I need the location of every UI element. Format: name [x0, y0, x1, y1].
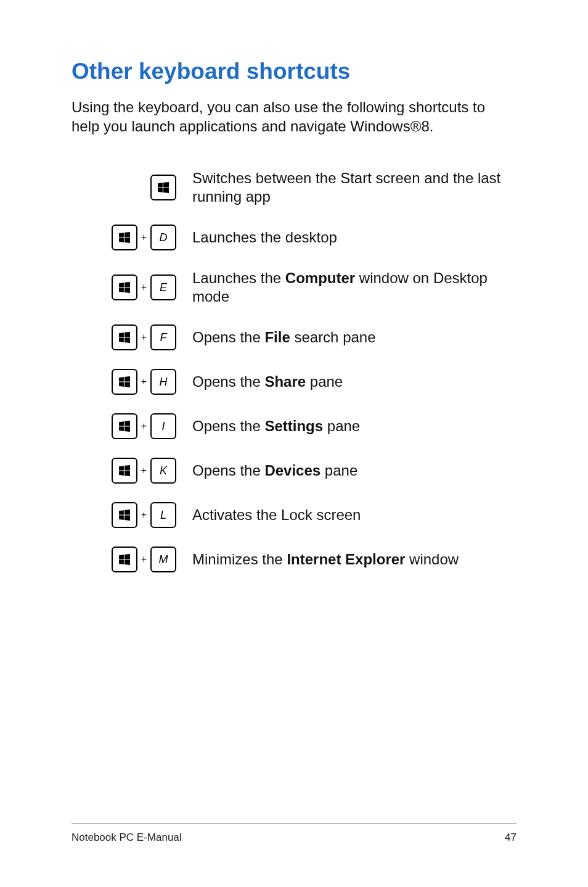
- key-combo: +H: [71, 369, 176, 395]
- shortcut-description: Switches between the Start screen and th…: [176, 169, 517, 206]
- shortcut-description: Opens the File search pane: [176, 328, 517, 347]
- shortcut-row: +KOpens the Devices pane: [71, 458, 517, 484]
- svg-marker-26: [119, 471, 124, 476]
- page: Other keyboard shortcuts Using the keybo…: [0, 0, 588, 887]
- shortcut-description: Opens the Devices pane: [176, 461, 517, 480]
- key-combo: [71, 175, 176, 200]
- svg-marker-28: [119, 511, 124, 515]
- plus-separator: +: [137, 282, 150, 293]
- key-combo: +I: [71, 413, 176, 439]
- shortcut-row: +LActivates the Lock screen: [71, 502, 517, 528]
- svg-marker-0: [158, 183, 163, 188]
- shortcut-row: +HOpens the Share pane: [71, 369, 517, 395]
- svg-marker-10: [119, 288, 124, 292]
- shortcut-row: +MMinimizes the Internet Explorer window: [71, 547, 517, 572]
- svg-marker-3: [163, 188, 169, 193]
- svg-marker-32: [119, 555, 124, 559]
- svg-marker-20: [119, 422, 124, 426]
- windows-key-icon: [112, 369, 137, 395]
- shortcut-description: Launches the Computer window on Desktop …: [176, 269, 517, 306]
- windows-logo-icon: [158, 182, 169, 193]
- plus-separator: +: [137, 332, 150, 343]
- key-combo: +F: [71, 324, 176, 350]
- windows-key-icon: [112, 225, 137, 250]
- plus-separator: +: [137, 554, 150, 565]
- key-combo: +D: [71, 225, 176, 250]
- windows-logo-icon: [119, 232, 130, 243]
- shortcut-description: Activates the Lock screen: [176, 506, 517, 524]
- svg-marker-5: [125, 232, 130, 237]
- windows-key-icon: [112, 274, 137, 300]
- svg-marker-22: [119, 427, 124, 431]
- page-title: Other keyboard shortcuts: [71, 59, 517, 85]
- svg-marker-29: [125, 510, 130, 514]
- windows-key-icon: [112, 547, 137, 572]
- svg-marker-16: [119, 377, 124, 382]
- windows-logo-icon: [119, 554, 130, 565]
- letter-key: K: [150, 458, 176, 484]
- letter-key: M: [150, 547, 176, 572]
- svg-marker-9: [125, 282, 130, 287]
- windows-key-icon: [112, 502, 137, 528]
- windows-key-icon: [150, 175, 176, 200]
- shortcut-description: Opens the Settings pane: [176, 417, 517, 435]
- svg-marker-27: [125, 471, 130, 476]
- letter-key: D: [150, 225, 176, 250]
- svg-marker-4: [119, 233, 124, 237]
- windows-logo-icon: [119, 421, 130, 432]
- svg-marker-25: [125, 465, 130, 470]
- windows-logo-icon: [119, 510, 130, 521]
- svg-marker-2: [158, 188, 163, 192]
- shortcut-list: Switches between the Start screen and th…: [71, 169, 517, 572]
- windows-logo-icon: [119, 332, 130, 343]
- svg-marker-7: [125, 238, 130, 243]
- plus-separator: +: [137, 510, 150, 521]
- windows-key-icon: [112, 413, 137, 439]
- shortcut-description: Minimizes the Internet Explorer window: [176, 550, 517, 569]
- svg-marker-13: [125, 332, 130, 337]
- intro-paragraph: Using the keyboard, you can also use the…: [71, 98, 517, 136]
- windows-logo-icon: [119, 376, 130, 387]
- svg-marker-11: [125, 288, 130, 293]
- letter-key: I: [150, 413, 176, 439]
- windows-key-icon: [112, 458, 137, 484]
- svg-marker-31: [125, 516, 130, 521]
- windows-logo-icon: [119, 282, 130, 293]
- shortcut-row: +FOpens the File search pane: [71, 324, 517, 350]
- svg-marker-18: [119, 382, 124, 387]
- svg-marker-6: [119, 238, 124, 242]
- svg-marker-19: [125, 382, 130, 387]
- windows-key-icon: [112, 324, 137, 350]
- svg-marker-34: [119, 560, 124, 564]
- plus-separator: +: [137, 376, 150, 387]
- key-combo: +K: [71, 458, 176, 484]
- footer-left: Notebook PC E-Manual: [71, 831, 182, 844]
- shortcut-row: Switches between the Start screen and th…: [71, 169, 517, 206]
- svg-marker-15: [125, 338, 130, 343]
- svg-marker-24: [119, 466, 124, 471]
- page-footer: Notebook PC E-Manual 47: [71, 823, 517, 844]
- letter-key: F: [150, 324, 176, 350]
- letter-key: H: [150, 369, 176, 395]
- svg-marker-14: [119, 338, 124, 342]
- key-combo: +L: [71, 502, 176, 528]
- svg-marker-35: [125, 560, 130, 565]
- shortcut-row: +DLaunches the desktop: [71, 225, 517, 250]
- svg-marker-1: [163, 182, 169, 187]
- svg-marker-33: [125, 554, 130, 559]
- svg-marker-12: [119, 333, 124, 337]
- shortcut-row: +ELaunches the Computer window on Deskto…: [71, 269, 517, 306]
- letter-key: L: [150, 502, 176, 528]
- shortcut-description: Opens the Share pane: [176, 373, 517, 391]
- key-combo: +E: [71, 274, 176, 300]
- plus-separator: +: [137, 465, 150, 476]
- plus-separator: +: [137, 232, 150, 243]
- windows-logo-icon: [119, 465, 130, 476]
- svg-marker-17: [125, 376, 130, 381]
- shortcut-description: Launches the desktop: [176, 228, 517, 247]
- shortcut-row: +IOpens the Settings pane: [71, 413, 517, 439]
- letter-key: E: [150, 274, 176, 300]
- svg-marker-8: [119, 283, 124, 287]
- svg-marker-23: [125, 427, 130, 432]
- svg-marker-21: [125, 421, 130, 426]
